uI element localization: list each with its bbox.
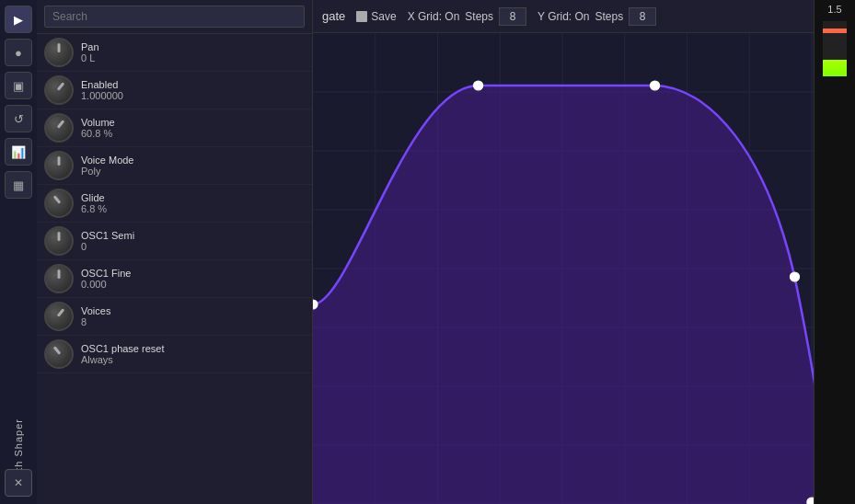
param-enabled: Enabled 1.000000 [37,72,312,109]
curve-point-4[interactable] [790,272,799,281]
grid-view-icon-btn[interactable]: ▦ [5,171,32,199]
osc1-phase-reset-label: OSC1 phase reset [81,343,165,354]
save-disk-icon-btn[interactable]: ▣ [5,72,32,99]
params-panel: Pan 0 L Enabled 1.000000 Volume 60.8 % V… [37,0,313,504]
curve-point-2[interactable] [473,81,482,90]
param-osc1-phase-reset: OSC1 phase reset Always [37,336,312,373]
enabled-label: Enabled [81,79,123,90]
enabled-knob[interactable] [44,75,74,105]
param-pan: Pan 0 L [37,34,312,72]
ygrid-label: Y Grid: On [537,10,589,23]
voice-mode-value: Poly [81,166,133,177]
toolbar: gate Save X Grid: On Steps Y Grid: On St… [313,0,814,33]
volume-knob[interactable] [44,113,74,143]
glide-label: Glide [81,192,107,203]
vu-peak-indicator [823,29,847,33]
close-button[interactable]: ✕ [5,469,32,497]
ygrid-section: Y Grid: On Steps [537,7,656,26]
volume-label: Volume [81,117,115,128]
volume-value: 60.8 % [81,128,115,139]
save-label: Save [371,10,396,23]
play-icon-btn[interactable]: ▶ [5,6,32,33]
pan-knob[interactable] [44,38,74,67]
xgrid-steps-label: Steps [465,10,493,23]
gate-label: gate [322,9,345,23]
xgrid-label: X Grid: On [408,10,460,23]
osc1-semi-value: 0 [81,241,134,252]
param-voice-mode: Voice Mode Poly [37,147,312,185]
param-volume: Volume 60.8 % [37,109,312,147]
glide-knob[interactable] [44,189,74,218]
param-osc1-semi: OSC1 Semi 0 [37,223,312,260]
search-bar [37,0,312,34]
vu-bar-fill-top [823,60,847,76]
voices-value: 8 [81,316,110,327]
osc1-semi-knob[interactable] [44,226,74,256]
osc1-phase-reset-knob[interactable] [44,339,74,369]
ygrid-steps-label: Steps [595,10,624,23]
voices-label: Voices [81,305,110,316]
vu-value: 1.5 [827,4,841,15]
curve-grid-svg [313,33,814,504]
main-area: gate Save X Grid: On Steps Y Grid: On St… [313,0,814,504]
param-voices: Voices 8 [37,298,312,336]
chart-icon-btn[interactable]: 📊 [5,138,32,166]
voice-mode-label: Voice Mode [81,155,133,166]
grid-area[interactable] [313,33,814,504]
param-glide: Glide 6.8 % [37,185,312,223]
search-input[interactable] [44,6,305,28]
enabled-value: 1.000000 [81,90,123,101]
osc1-semi-label: OSC1 Semi [81,230,134,241]
record-icon-btn[interactable]: ● [5,39,32,66]
voices-knob[interactable] [44,302,74,331]
save-button[interactable]: Save [356,10,396,23]
pan-label: Pan [81,41,99,52]
pan-value: 0 L [81,52,99,63]
glide-value: 6.8 % [81,203,107,214]
curve-point-3[interactable] [650,81,659,90]
vu-meter: 1.5 [814,0,855,504]
osc1-fine-label: OSC1 Fine [81,268,131,279]
sidebar-icons-panel: ▶ ● ▣ ↺ 📊 ▦ Synth Shaper ✕ [0,0,37,504]
history-icon-btn[interactable]: ↺ [5,105,32,132]
save-icon [356,11,367,22]
xgrid-section: X Grid: On Steps [408,7,526,26]
voice-mode-knob[interactable] [44,151,74,180]
param-osc1-fine: OSC1 Fine 0.000 [37,260,312,298]
osc1-fine-knob[interactable] [44,264,74,293]
osc1-phase-reset-value: Always [81,354,165,365]
xgrid-steps-input[interactable] [499,7,526,26]
ygrid-steps-input[interactable] [629,7,656,26]
osc1-fine-value: 0.000 [81,279,131,290]
